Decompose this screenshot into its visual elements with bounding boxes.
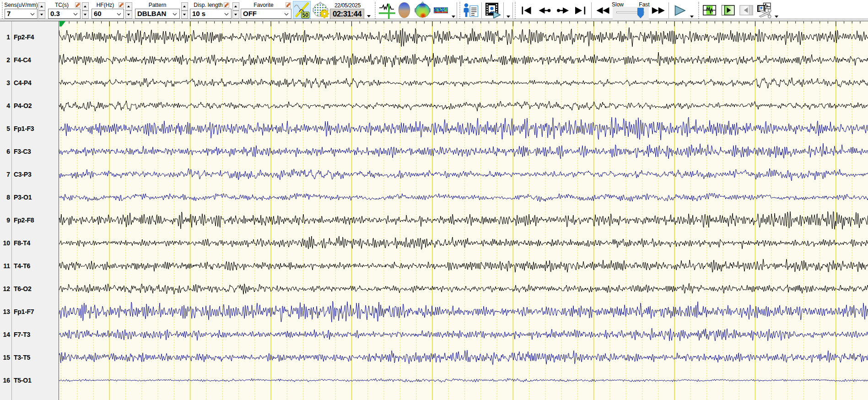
svg-text:50: 50 xyxy=(302,12,309,18)
